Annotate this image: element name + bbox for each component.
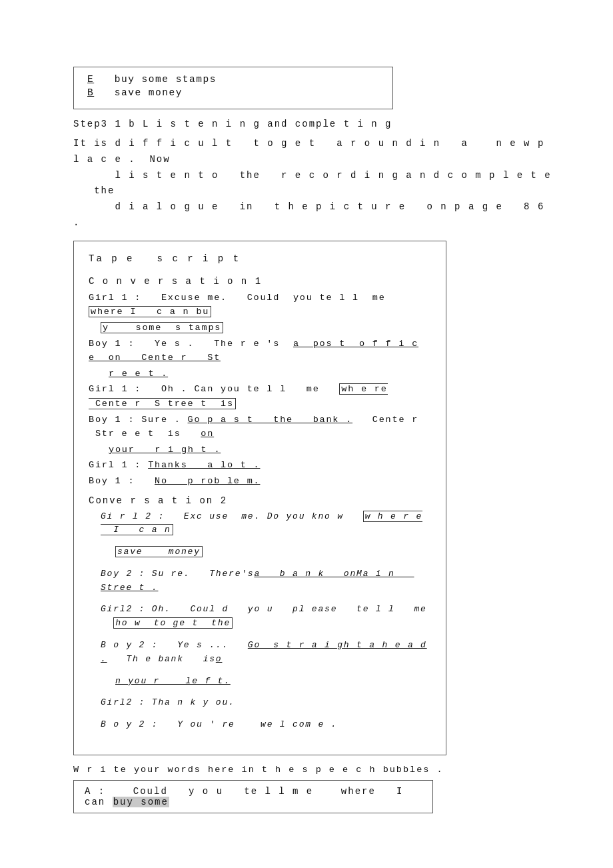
girl2-line1-cont: save money	[115, 545, 431, 559]
option-b-letter: B	[87, 87, 94, 98]
boy1-underline1-cont: r e e t .	[109, 369, 168, 379]
boy2-underline4: n you r le f t.	[115, 676, 231, 686]
conv2-title: Conve r s a t i on 2	[89, 495, 431, 506]
girl2-box1: w h e r e I c a n	[101, 511, 422, 536]
boy1-welcome-text: No p rob le m.	[155, 476, 260, 486]
girl11-line: Girl 1 : Oh . Can you te l l me wh e re …	[89, 382, 431, 411]
girl2-thanks: Girl2 : Tha n k y ou.	[101, 696, 431, 710]
page-container: E buy some stamps B save money Step3 1 b…	[20, 13, 593, 813]
boy1-line1-cont: r e e t .	[89, 367, 431, 381]
boy2-underline3: o	[216, 654, 223, 664]
tape-script-box: Ta p e s c r i p t C o n v e r s a t i o…	[73, 241, 446, 755]
boy1-underline4: your r i gh t .	[109, 445, 221, 455]
boy1-underline3: on	[201, 429, 214, 439]
girl1-line1-cont: y some s tamps	[89, 321, 431, 335]
boy1-underline1: a pos t o f f i c e on Cente r St	[89, 339, 418, 363]
boy1-welcome: Boy 1 : No p rob le m.	[89, 474, 431, 489]
option-b: B save money	[87, 87, 379, 98]
boy1-line2: Boy 1 : Sure . Go p a s t the bank . Cen…	[89, 413, 431, 441]
girl1-line1: Girl 1 : Excuse me. Could you te l l me …	[89, 291, 431, 319]
instruction-line2: l i s t e n t o the r e c o r d i n g a …	[73, 170, 552, 197]
girl2-box3: ho w to ge t the	[113, 617, 233, 629]
boy2-line1: Boy 2 : Su re. There'sa b a n k onMa i n…	[101, 567, 431, 595]
girl1-thanks: Girl 1 : Thanks a lo t .	[89, 458, 431, 473]
instruction-text: It is d i f f i c u l t t o g e t a r o …	[20, 136, 593, 231]
instruction-line1: It is d i f f i c u l t t o g e t a r o …	[73, 138, 544, 165]
boy1-line2-cont: your r i gh t .	[89, 443, 431, 457]
girl2-box2: save money	[115, 546, 203, 557]
tape-label: Ta p e s c r i p t	[89, 253, 431, 264]
girl11-box: wh e re Cente r S tree t is	[89, 383, 388, 409]
step-heading: Step3 1 b L i s t e n i n g and comple t…	[73, 119, 593, 129]
boy2-welcome: B o y 2 : Y ou ' re we l com e .	[101, 718, 431, 732]
option-e-text: buy some stamps	[115, 74, 217, 85]
boy2-underline1: a b a n k onMa i n Stree t .	[101, 569, 414, 593]
option-b-text: save money	[115, 87, 183, 98]
boy2-line2-cont: n you r le f t.	[115, 675, 431, 689]
girl1-box1: where I c a n bu	[89, 306, 211, 317]
girl1-box1-cont: y some s tamps	[101, 322, 223, 333]
option-e: E buy some stamps	[87, 74, 379, 85]
write-instruction: W r i te your words here in t h e s p e …	[73, 765, 593, 775]
option-e-letter: E	[87, 74, 94, 85]
speech-bubble-highlight: buy some	[113, 797, 169, 807]
options-box: E buy some stamps B save money	[73, 67, 393, 109]
girl1-thanks-text: Thanks a lo t .	[148, 460, 260, 470]
conv1-title: C o n v e r s a t i o n 1	[89, 276, 431, 287]
girl2-line2: Girl2 : Oh. Coul d yo u pl ease te l l m…	[101, 603, 431, 631]
instruction-line3: d i a l o g u e in t h e p i c t u r e o…	[73, 201, 544, 228]
speech-bubble-box: A : Could y o u te l l m e where I can b…	[73, 780, 433, 813]
boy2-underline2: Go s t r a i gh t a h e a d .	[101, 640, 427, 664]
boy2-line2: B o y 2 : Ye s ... Go s t r a i gh t a h…	[101, 639, 431, 667]
boy1-underline2: Go p a s t the bank .	[188, 415, 353, 425]
girl2-line1: Gi r l 2 : Exc use me. Do you kno w w h …	[101, 510, 431, 538]
boy1-line1: Boy 1 : Ye s . The r e 's a pos t o f f …	[89, 337, 431, 365]
